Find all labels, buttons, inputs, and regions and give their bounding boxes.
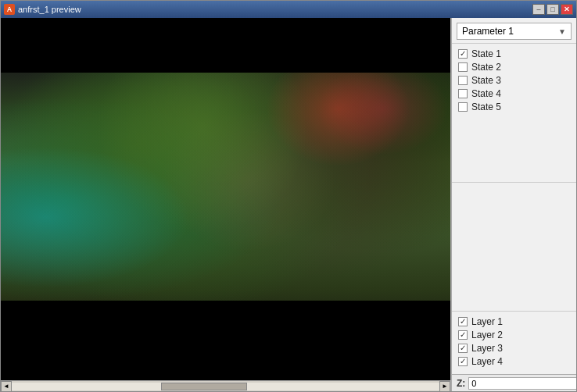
parameter-dropdown-value: Parameter 1 bbox=[462, 26, 514, 37]
state-item-5[interactable]: State 5 bbox=[458, 102, 570, 112]
layer-3-label: Layer 3 bbox=[471, 343, 503, 354]
scene-image bbox=[1, 18, 450, 380]
scroll-thumb[interactable] bbox=[161, 383, 246, 390]
state-4-checkbox[interactable] bbox=[458, 89, 468, 98]
layer-item-3[interactable]: Layer 3 bbox=[458, 343, 570, 354]
layer-1-label: Layer 1 bbox=[471, 316, 503, 327]
layer-3-checkbox[interactable] bbox=[458, 344, 468, 353]
main-window: A anfrst_1 preview – □ ✕ ◄ ► bbox=[0, 0, 577, 392]
z-row: Z: ▲ ▼ bbox=[452, 374, 576, 391]
state-5-label: State 5 bbox=[471, 102, 501, 112]
state-1-checkbox[interactable] bbox=[458, 49, 468, 59]
scroll-track[interactable] bbox=[12, 383, 439, 390]
parameter-dropdown[interactable]: Parameter 1 ▼ bbox=[457, 23, 572, 40]
layer-2-label: Layer 2 bbox=[471, 330, 503, 340]
state-3-label: State 3 bbox=[471, 75, 501, 86]
minimize-button[interactable]: – bbox=[532, 4, 545, 15]
z-input[interactable] bbox=[468, 377, 576, 390]
scene-bottom-black bbox=[1, 301, 450, 380]
state-3-checkbox[interactable] bbox=[458, 76, 468, 85]
state-item-3[interactable]: State 3 bbox=[458, 75, 570, 86]
parameter-dropdown-row: Parameter 1 ▼ bbox=[452, 18, 576, 44]
state-2-label: State 2 bbox=[471, 62, 501, 73]
state-4-label: State 4 bbox=[471, 88, 501, 99]
layer-2-checkbox[interactable] bbox=[458, 330, 468, 340]
dropdown-arrow-icon: ▼ bbox=[558, 27, 566, 36]
state-1-label: State 1 bbox=[471, 48, 501, 59]
divider-area bbox=[452, 183, 576, 312]
canvas-area[interactable] bbox=[1, 18, 450, 380]
state-list: State 1 State 2 State 3 State 4 State 5 bbox=[452, 44, 576, 183]
layer-item-2[interactable]: Layer 2 bbox=[458, 330, 570, 340]
state-5-checkbox[interactable] bbox=[458, 102, 468, 112]
state-item-4[interactable]: State 4 bbox=[458, 88, 570, 99]
app-icon: A bbox=[4, 4, 15, 15]
state-item-1[interactable]: State 1 bbox=[458, 48, 570, 59]
state-item-2[interactable]: State 2 bbox=[458, 62, 570, 73]
title-bar: A anfrst_1 preview – □ ✕ bbox=[1, 1, 576, 18]
layer-item-4[interactable]: Layer 4 bbox=[458, 356, 570, 367]
layer-4-label: Layer 4 bbox=[471, 356, 503, 367]
title-buttons: – □ ✕ bbox=[532, 4, 573, 15]
layer-list: Layer 1 Layer 2 Layer 3 Layer 4 bbox=[452, 311, 576, 374]
scroll-right-button[interactable]: ► bbox=[439, 381, 450, 392]
layer-item-1[interactable]: Layer 1 bbox=[458, 316, 570, 327]
content-area: ◄ ► Parameter 1 ▼ State 1 bbox=[1, 18, 576, 391]
right-panel: Parameter 1 ▼ State 1 State 2 State 3 bbox=[451, 18, 576, 391]
close-button[interactable]: ✕ bbox=[561, 4, 573, 15]
maximize-button[interactable]: □ bbox=[547, 4, 559, 15]
scroll-left-button[interactable]: ◄ bbox=[1, 381, 12, 392]
state-2-checkbox[interactable] bbox=[458, 62, 468, 72]
main-view: ◄ ► bbox=[1, 18, 451, 391]
z-label: Z: bbox=[457, 378, 465, 389]
horizontal-scrollbar: ◄ ► bbox=[1, 380, 450, 391]
layer-1-checkbox[interactable] bbox=[458, 317, 468, 326]
layer-4-checkbox[interactable] bbox=[458, 357, 468, 366]
window-title: anfrst_1 preview bbox=[18, 5, 81, 14]
title-bar-left: A anfrst_1 preview bbox=[4, 4, 81, 15]
